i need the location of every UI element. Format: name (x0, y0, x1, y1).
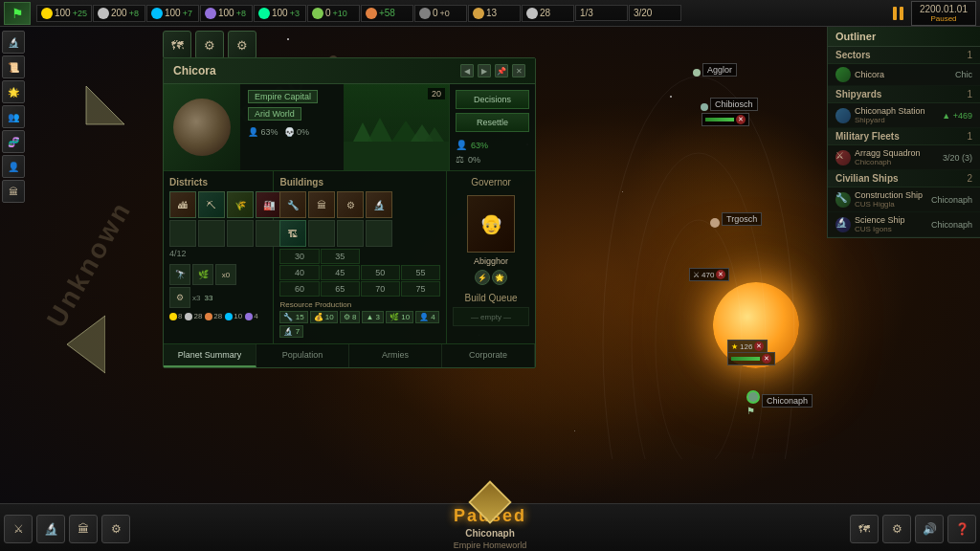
outliner-section-civilian[interactable]: Civilian Ships 2 (828, 170, 980, 187)
amenity-value: 63% (471, 141, 488, 150)
resource-pop[interactable]: 13 (468, 5, 521, 22)
outliner-section-sectors[interactable]: Sectors 1 (828, 47, 980, 64)
build-num-60[interactable]: 60 (279, 281, 319, 297)
building-slot-2[interactable]: 🏛 (308, 191, 335, 218)
outliner-section-military[interactable]: Military Fleets 1 (828, 128, 980, 145)
fleet-indicator-chibiosch[interactable]: ✕ (702, 113, 749, 126)
resource-unity[interactable]: 0 +0 (414, 5, 467, 22)
fleet-arragg[interactable]: ⚔ Arragg Squadron Chiconaph 3/20 (3) (828, 145, 980, 170)
bottom-right-icon-1[interactable]: 🗺 (850, 515, 879, 543)
bottom-icon-4[interactable]: ⚙ (101, 515, 130, 543)
science-ship-icon: 🔬 (835, 217, 851, 232)
fleet-indicator-126[interactable]: ★ 126 ✕ (727, 340, 768, 353)
planet-decisions-panel: Decisions Resettle 👤 63% ⚖ 0% (449, 84, 535, 170)
district-bonus-3[interactable]: ⚙ (169, 287, 190, 308)
map-mode-button[interactable]: 🗺 (163, 31, 191, 59)
leaders-button[interactable]: 👤 (2, 155, 25, 178)
close-window-button[interactable]: ✕ (512, 64, 525, 77)
chiconaph-fleet-icon[interactable]: ⚑ (746, 406, 755, 416)
building-slot-8[interactable] (366, 220, 392, 247)
tab-armies[interactable]: Armies (349, 344, 442, 367)
district-slot-7[interactable] (227, 220, 254, 247)
resource-food[interactable]: 0 +10 (307, 5, 360, 22)
planet-chibiosch[interactable] (701, 103, 708, 111)
bottom-icon-3[interactable]: 🏛 (69, 515, 98, 543)
build-num-45[interactable]: 45 (321, 265, 360, 280)
policies-button[interactable]: 📜 (2, 55, 25, 78)
bottom-left-icons: ⚔ 🔬 🏛 ⚙ (4, 515, 130, 543)
exotic-icon (205, 8, 216, 19)
stat-val-5: 4 (254, 312, 257, 320)
resource-research[interactable]: 100 +7 (146, 5, 199, 22)
resource-systems[interactable]: 3/20 (629, 5, 681, 21)
resource-starbase[interactable]: 1/3 (575, 5, 628, 21)
species-button[interactable]: 🧬 (2, 130, 25, 153)
fleet-indicator-470[interactable]: ⚔ 470 ✕ (689, 268, 729, 281)
resource-navy[interactable]: 28 (522, 5, 574, 22)
district-slot-3[interactable]: 🌾 (227, 191, 254, 218)
sector-val: Chic (955, 70, 972, 79)
empire-flag[interactable]: ⚑ (4, 2, 31, 25)
planet-trgosch[interactable] (710, 218, 720, 228)
district-bonus-1[interactable]: 🔭 (169, 264, 190, 285)
building-slot-1[interactable]: 🔧 (279, 191, 306, 218)
planet-chiconaph[interactable] (746, 390, 760, 404)
map-settings-button[interactable]: ⚙ (228, 31, 256, 59)
next-planet-button[interactable]: ▶ (478, 64, 491, 77)
tab-corporate[interactable]: Corporate (442, 344, 535, 367)
fleet-indicator-bar2[interactable]: ✕ (727, 352, 775, 365)
fleet-x-btn-2[interactable]: ✕ (754, 342, 764, 351)
build-num-70[interactable]: 70 (361, 281, 400, 297)
fleet-x-btn-3[interactable]: ✕ (762, 354, 771, 364)
filter-button[interactable]: ⚙ (195, 31, 224, 59)
building-slot-4[interactable]: 🔬 (366, 191, 392, 218)
build-num-35[interactable]: 35 (321, 249, 360, 264)
resource-energy[interactable]: 100 +25 (36, 5, 92, 22)
build-num-65[interactable]: 65 (321, 281, 360, 297)
resource-minerals[interactable]: 200 +8 (93, 5, 145, 22)
build-num-55[interactable]: 55 (401, 265, 440, 280)
tab-population[interactable]: Population (256, 344, 349, 367)
shipyard-chiconaph[interactable]: Chiconaph Station Shipyard ▲ +469 (828, 103, 980, 128)
build-num-30[interactable]: 30 (279, 249, 319, 264)
building-slot-6[interactable] (308, 220, 335, 247)
pin-window-button[interactable]: 📌 (495, 64, 508, 77)
district-slot-5[interactable] (169, 220, 196, 247)
planet-agglor[interactable] (693, 69, 701, 77)
prev-planet-button[interactable]: ◀ (460, 64, 474, 77)
pause-button[interactable] (893, 7, 903, 20)
district-bonus-2[interactable]: 🌿 (192, 264, 213, 285)
resettle-button[interactable]: Resettle (456, 113, 529, 132)
resource-influence[interactable]: +58 (361, 5, 413, 22)
bottom-icon-1[interactable]: ⚔ (4, 515, 33, 543)
bottom-right-icon-2[interactable]: ⚙ (882, 515, 911, 543)
bottom-right-icon-4[interactable]: ❓ (947, 515, 976, 543)
traditions-button[interactable]: 🌟 (2, 80, 25, 103)
building-slot-3[interactable]: ⚙ (337, 191, 364, 218)
build-num-75[interactable]: 75 (401, 281, 440, 297)
sector-chicora[interactable]: Chicora Chic (828, 64, 980, 86)
outliner-section-shipyards[interactable]: Shipyards 1 (828, 86, 980, 103)
bottom-icon-2[interactable]: 🔬 (36, 515, 65, 543)
resource-exotic[interactable]: 100 +8 (200, 5, 253, 22)
tab-planet-summary[interactable]: Planet Summary (164, 344, 256, 367)
fleet-x-btn[interactable]: ✕ (716, 270, 725, 279)
technology-button[interactable]: 🔬 (2, 31, 25, 54)
district-slot-6[interactable] (198, 220, 225, 247)
governor-portrait[interactable]: 👴 (467, 195, 515, 253)
resource-strategic[interactable]: 100 +3 (254, 5, 306, 22)
build-num-50[interactable]: 50 (361, 265, 400, 280)
ship-construction[interactable]: 🔧 Construction Ship CUS Higgla Chiconaph (828, 187, 980, 212)
empire-button[interactable]: 🏛 (2, 180, 25, 203)
building-slot-5[interactable]: 🏗 (279, 220, 306, 247)
decisions-button[interactable]: Decisions (456, 90, 529, 109)
date-display[interactable]: 2200.01.01 Paused (911, 1, 976, 26)
bottom-right-icon-3[interactable]: 🔊 (915, 515, 944, 543)
factions-button[interactable]: 👥 (2, 105, 25, 128)
fleet-x-button[interactable]: ✕ (736, 115, 746, 124)
building-slot-7[interactable] (337, 220, 364, 247)
district-slot-1[interactable]: 🏙 (169, 191, 196, 218)
ship-science[interactable]: 🔬 Science Ship CUS Igons Chiconaph (828, 212, 980, 237)
district-slot-2[interactable]: ⛏ (198, 191, 225, 218)
build-num-40[interactable]: 40 (279, 265, 319, 280)
